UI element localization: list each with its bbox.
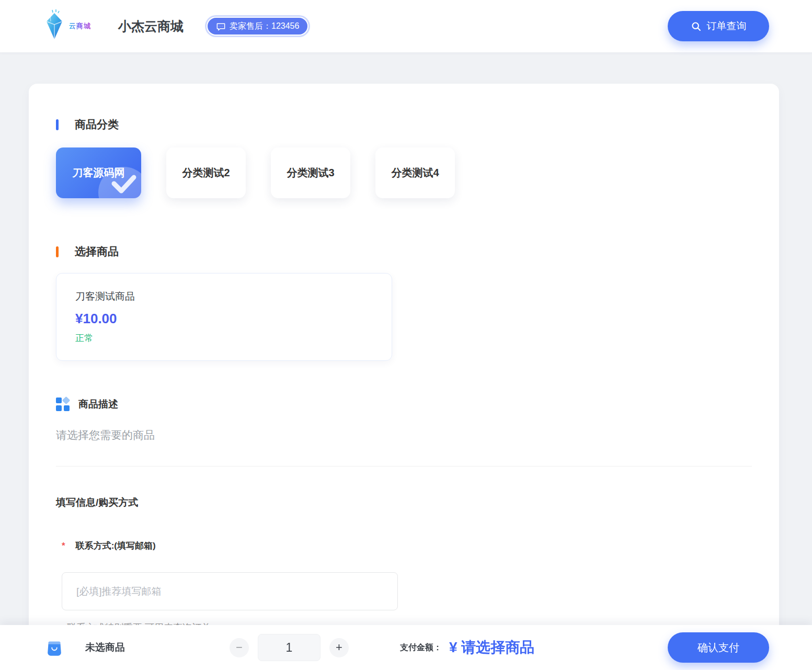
logo-wordmark: 云商城 — [69, 21, 91, 31]
chat-bubble-icon — [216, 21, 226, 31]
grid-squares-icon — [56, 398, 70, 411]
header: 云商城 小杰云商城 卖家售后：123456 订单查询 — [0, 0, 812, 52]
product-section-header: 选择商品 — [56, 244, 752, 259]
category-label: 分类测试2 — [182, 167, 230, 178]
product-card[interactable]: 刀客测试商品 ¥10.00 正常 — [56, 273, 392, 361]
confirm-pay-button[interactable]: 确认支付 — [668, 632, 769, 663]
shopping-bag-icon — [43, 637, 65, 658]
cart-status-text: 未选商品 — [85, 641, 125, 654]
site-logo[interactable]: 云商城 — [42, 9, 91, 43]
category-item[interactable]: 分类测试3 — [271, 147, 350, 198]
category-list: 刀客源码网 分类测试2 分类测试3 分类测试4 — [56, 147, 752, 198]
product-status-badge: 正常 — [75, 332, 373, 344]
seller-support-text: 卖家售后：123456 — [230, 21, 299, 32]
payment-amount-label: 支付金额： — [400, 642, 442, 653]
main-card: 商品分类 刀客源码网 分类测试2 分类测试3 分类测试4 选择商品 刀客测试商品 — [29, 84, 779, 670]
category-label: 刀客源码网 — [73, 167, 125, 178]
section-bar-blue — [56, 119, 59, 130]
quantity-stepper: − 1 + — [230, 634, 349, 661]
search-icon — [691, 21, 702, 32]
contact-field-label-row: * 联系方式:(填写邮箱) — [62, 540, 752, 552]
payment-amount-value: ¥ 请选择商品 — [449, 638, 534, 657]
product-price: ¥10.00 — [75, 311, 373, 327]
contact-email-input[interactable] — [62, 572, 398, 610]
quantity-value[interactable]: 1 — [258, 634, 321, 661]
section-divider — [56, 466, 752, 467]
description-section-title: 商品描述 — [78, 398, 118, 411]
seller-support-badge[interactable]: 卖家售后：123456 — [207, 17, 308, 36]
description-section: 商品描述 请选择您需要的商品 — [56, 398, 752, 467]
form-section-title: 填写信息/购买方式 — [56, 496, 752, 509]
order-query-label: 订单查询 — [707, 19, 747, 33]
checkout-bar: 未选商品 − 1 + 支付金额： ¥ 请选择商品 确认支付 — [0, 625, 812, 670]
category-label: 分类测试3 — [287, 167, 334, 178]
category-item[interactable]: 分类测试2 — [166, 147, 246, 198]
product-section-title: 选择商品 — [75, 244, 119, 259]
quantity-increase-button[interactable]: + — [329, 638, 349, 657]
category-section-title: 商品分类 — [75, 117, 119, 132]
category-section-header: 商品分类 — [56, 117, 752, 132]
category-label: 分类测试4 — [391, 167, 439, 178]
category-item[interactable]: 分类测试4 — [375, 147, 455, 198]
page-title: 小杰云商城 — [118, 18, 184, 35]
product-name: 刀客测试商品 — [75, 290, 373, 303]
section-bar-orange — [56, 246, 59, 257]
description-placeholder-text: 请选择您需要的商品 — [56, 428, 752, 442]
required-asterisk: * — [62, 541, 65, 551]
description-section-header: 商品描述 — [56, 398, 752, 411]
quantity-decrease-button[interactable]: − — [230, 638, 249, 657]
order-query-button[interactable]: 订单查询 — [668, 11, 769, 41]
category-item-selected[interactable]: 刀客源码网 — [56, 147, 141, 198]
payment-amount-group: 支付金额： ¥ 请选择商品 — [400, 638, 534, 657]
product-section: 选择商品 刀客测试商品 ¥10.00 正常 — [56, 244, 752, 361]
gem-logo-icon — [42, 9, 67, 43]
contact-field-label: 联系方式:(填写邮箱) — [76, 540, 156, 552]
purchase-form-section: 填写信息/购买方式 * 联系方式:(填写邮箱) 联系方式特别重要 可用来查询订单 — [56, 496, 752, 634]
